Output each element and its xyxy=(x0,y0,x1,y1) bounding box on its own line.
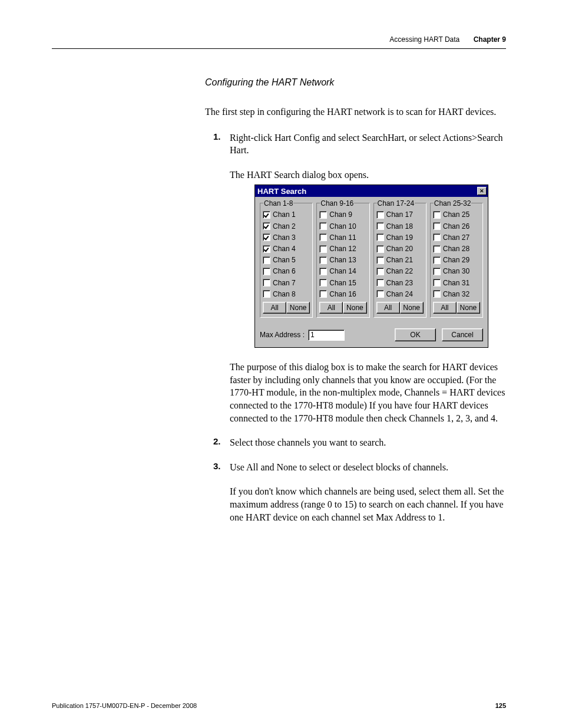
channel-row[interactable]: Chan 13 xyxy=(319,255,366,265)
checkbox[interactable] xyxy=(263,233,270,241)
channel-group: Chan 17-24Chan 17Chan 18Chan 19Chan 20Ch… xyxy=(373,203,427,318)
checkbox[interactable] xyxy=(433,222,441,230)
all-button[interactable]: All xyxy=(433,302,457,314)
channel-label: Chan 28 xyxy=(443,244,470,253)
max-address-label: Max Address : xyxy=(260,330,305,340)
checkbox[interactable] xyxy=(376,279,384,286)
checkbox[interactable] xyxy=(263,279,270,286)
checkbox[interactable] xyxy=(376,233,384,241)
none-button[interactable]: None xyxy=(457,302,480,314)
close-button[interactable]: ✕ xyxy=(477,187,487,195)
checkbox[interactable] xyxy=(319,211,327,219)
channel-label: Chan 9 xyxy=(329,210,352,219)
none-button[interactable]: None xyxy=(343,302,366,314)
checkbox[interactable] xyxy=(433,211,441,219)
channel-row[interactable]: Chan 23 xyxy=(376,278,424,288)
channel-row[interactable]: Chan 12 xyxy=(319,244,366,253)
checkbox[interactable] xyxy=(433,268,441,275)
channel-row[interactable]: Chan 7 xyxy=(263,278,310,288)
none-button[interactable]: None xyxy=(286,302,310,314)
all-button[interactable]: All xyxy=(319,302,343,314)
channel-label: Chan 27 xyxy=(443,233,470,242)
channel-row[interactable]: Chan 20 xyxy=(376,244,424,253)
channel-row[interactable]: Chan 32 xyxy=(433,289,480,299)
channel-row[interactable]: Chan 18 xyxy=(376,222,424,231)
checkbox[interactable] xyxy=(376,222,384,230)
channel-row[interactable]: Chan 19 xyxy=(376,233,424,242)
dialog-title: HART Search xyxy=(257,186,306,197)
checkbox[interactable] xyxy=(263,290,270,298)
cancel-button[interactable]: Cancel xyxy=(442,328,483,341)
channel-row[interactable]: Chan 5 xyxy=(263,255,310,265)
checkbox[interactable] xyxy=(376,290,384,298)
max-address-input[interactable]: 1 xyxy=(308,330,345,341)
checkbox[interactable] xyxy=(319,290,327,298)
channel-row[interactable]: Chan 4 xyxy=(263,244,310,253)
channel-label: Chan 26 xyxy=(443,222,470,231)
checkbox[interactable] xyxy=(433,233,441,241)
checkbox[interactable] xyxy=(263,245,270,253)
page-footer: Publication 1757-UM007D-EN-P - December … xyxy=(52,702,506,709)
checkbox[interactable] xyxy=(263,222,270,230)
channel-label: Chan 3 xyxy=(273,233,296,242)
checkbox[interactable] xyxy=(433,279,441,286)
step-after-dialog: The purpose of this dialog box is to mak… xyxy=(230,361,506,424)
checkbox[interactable] xyxy=(376,211,384,219)
channel-row[interactable]: Chan 24 xyxy=(376,289,424,299)
page-header: Accessing HART Data Chapter 9 xyxy=(52,35,506,49)
checkbox[interactable] xyxy=(433,290,441,298)
group-legend: Chan 25-32 xyxy=(434,199,472,208)
channel-row[interactable]: Chan 6 xyxy=(263,266,310,276)
step-number: 1. xyxy=(213,131,221,141)
checkbox[interactable] xyxy=(319,256,327,264)
checkbox[interactable] xyxy=(263,256,270,264)
channel-row[interactable]: Chan 22 xyxy=(376,266,424,276)
all-button[interactable]: All xyxy=(263,302,286,314)
checkbox[interactable] xyxy=(319,245,327,253)
checkbox[interactable] xyxy=(376,268,384,275)
channel-row[interactable]: Chan 31 xyxy=(433,278,480,288)
channel-row[interactable]: Chan 2 xyxy=(263,222,310,231)
dialog-bottom-row: Max Address : 1 OK Cancel xyxy=(260,328,483,341)
channel-row[interactable]: Chan 26 xyxy=(433,222,480,231)
checkbox[interactable] xyxy=(376,256,384,264)
checkbox[interactable] xyxy=(319,268,327,275)
channel-row[interactable]: Chan 16 xyxy=(319,289,366,299)
channel-row[interactable]: Chan 1 xyxy=(263,210,310,219)
channel-label: Chan 22 xyxy=(386,266,413,276)
checkbox[interactable] xyxy=(433,256,441,264)
group-legend: Chan 9-16 xyxy=(320,199,354,208)
channel-row[interactable]: Chan 14 xyxy=(319,266,366,276)
channel-row[interactable]: Chan 25 xyxy=(433,210,480,219)
channel-label: Chan 32 xyxy=(443,289,470,299)
group-legend: Chan 1-8 xyxy=(263,199,293,208)
checkbox[interactable] xyxy=(319,233,327,241)
checkbox[interactable] xyxy=(319,279,327,286)
checkbox[interactable] xyxy=(263,268,270,275)
group-button-row: AllNone xyxy=(433,302,480,314)
close-icon: ✕ xyxy=(480,187,484,195)
channel-row[interactable]: Chan 15 xyxy=(319,278,366,288)
channel-row[interactable]: Chan 3 xyxy=(263,233,310,242)
channel-row[interactable]: Chan 28 xyxy=(433,244,480,253)
channel-row[interactable]: Chan 11 xyxy=(319,233,366,242)
channel-row[interactable]: Chan 27 xyxy=(433,233,480,242)
channel-row[interactable]: Chan 21 xyxy=(376,255,424,265)
checkbox[interactable] xyxy=(319,222,327,230)
channel-row[interactable]: Chan 9 xyxy=(319,210,366,219)
channel-row[interactable]: Chan 29 xyxy=(433,255,480,265)
ok-button[interactable]: OK xyxy=(395,328,436,341)
channel-group: Chan 25-32Chan 25Chan 26Chan 27Chan 28Ch… xyxy=(430,203,483,318)
channel-row[interactable]: Chan 10 xyxy=(319,222,366,231)
channel-row[interactable]: Chan 17 xyxy=(376,210,424,219)
none-button[interactable]: None xyxy=(400,302,424,314)
page-number: 125 xyxy=(495,702,506,709)
all-button[interactable]: All xyxy=(376,302,400,314)
checkbox[interactable] xyxy=(376,245,384,253)
checkbox[interactable] xyxy=(263,211,270,219)
dialog-titlebar: HART Search ✕ xyxy=(255,185,488,197)
channel-label: Chan 5 xyxy=(273,255,296,265)
checkbox[interactable] xyxy=(433,245,441,253)
channel-row[interactable]: Chan 30 xyxy=(433,266,480,276)
channel-row[interactable]: Chan 8 xyxy=(263,289,310,299)
